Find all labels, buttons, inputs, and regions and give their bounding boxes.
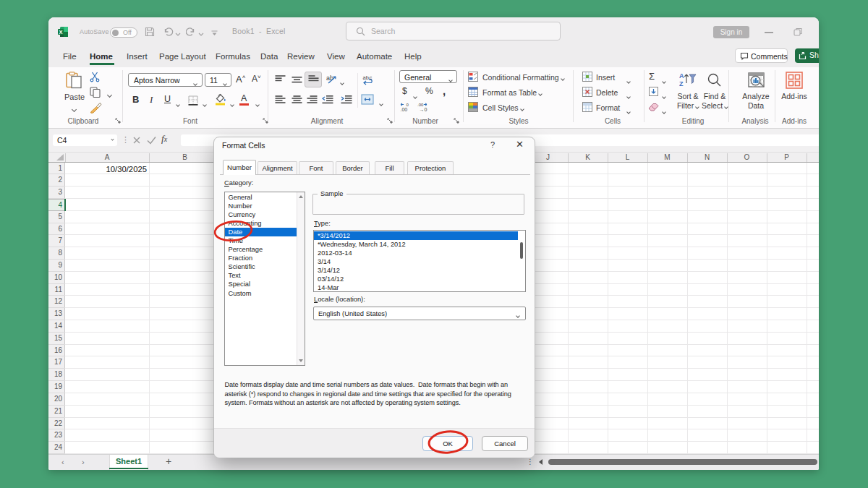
svg-text:ab: ab [363,74,369,81]
svg-text:ab: ab [326,74,333,82]
svg-text:Z: Z [679,80,684,87]
svg-text:→0: →0 [420,107,427,112]
svg-text:.00: .00 [401,107,408,112]
svg-text:X: X [59,29,62,35]
svg-text:0: 0 [407,103,409,107]
svg-text:A: A [679,72,684,80]
svg-text:c: c [370,74,373,81]
svg-text:.00: .00 [417,103,424,107]
